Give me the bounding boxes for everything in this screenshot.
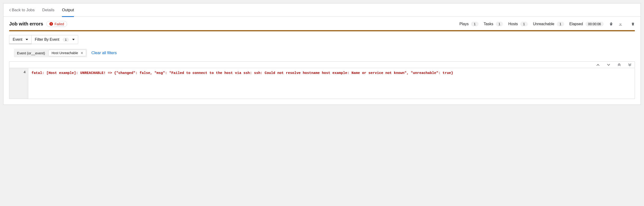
relaunch-button[interactable] bbox=[609, 22, 613, 26]
scroll-top-button[interactable] bbox=[618, 63, 621, 66]
stat-unreachable-count: 1 bbox=[557, 22, 564, 26]
output-body: 4 fatal: [Host example]: UNREACHABLE! =>… bbox=[10, 68, 634, 99]
filter-chip: Host Unreachable bbox=[48, 50, 86, 56]
tab-bar: Back to Jobs Details Output bbox=[4, 4, 640, 17]
stat-hosts-label: Hosts bbox=[508, 22, 518, 26]
trash-icon bbox=[631, 22, 635, 26]
double-chevron-up-icon bbox=[618, 63, 621, 66]
scroll-bottom-button[interactable] bbox=[628, 63, 631, 66]
filter-value-label: Filter By Event bbox=[35, 38, 59, 42]
stat-elapsed-value: 00:00:06 bbox=[586, 22, 604, 26]
job-stats: Plays 1 Tasks 1 Hosts 1 Unreachable 1 El… bbox=[460, 22, 635, 26]
filter-toolbar: Event Filter By Event 1 bbox=[4, 31, 640, 46]
stat-unreachable: Unreachable 1 bbox=[533, 22, 564, 26]
tab-details-label: Details bbox=[42, 8, 54, 12]
error-circle-icon bbox=[50, 22, 53, 26]
filter-value-count: 1 bbox=[62, 38, 69, 42]
caret-down-icon bbox=[26, 39, 28, 40]
tab-details[interactable]: Details bbox=[42, 4, 54, 17]
caret-down-icon bbox=[72, 39, 74, 40]
tab-output[interactable]: Output bbox=[62, 4, 74, 17]
filter-type-label: Event bbox=[13, 38, 22, 42]
stat-elapsed-label: Elapsed bbox=[570, 22, 583, 26]
rocket-icon bbox=[609, 22, 613, 26]
line-number: 4 bbox=[24, 70, 26, 74]
scroll-down-button[interactable] bbox=[607, 64, 610, 66]
double-chevron-down-icon bbox=[628, 63, 631, 66]
filter-chip-value: Host Unreachable bbox=[52, 51, 78, 55]
back-label: Back to Jobs bbox=[12, 8, 34, 12]
download-icon bbox=[618, 22, 622, 26]
status-label: Failed bbox=[54, 22, 64, 26]
status-badge: Failed bbox=[46, 21, 67, 27]
job-header: Job with errors Failed Plays 1 Tasks 1 H… bbox=[4, 17, 640, 30]
log-line[interactable]: fatal: [Host example]: UNREACHABLE! => {… bbox=[28, 68, 456, 99]
filter-type-select[interactable]: Event bbox=[9, 35, 32, 44]
output-panel: 4 fatal: [Host example]: UNREACHABLE! =>… bbox=[9, 62, 635, 99]
output-toolbar bbox=[10, 62, 634, 68]
stat-plays-count: 1 bbox=[471, 22, 478, 26]
job-title: Job with errors bbox=[9, 21, 43, 26]
active-filters-row: Event (or__event) Host Unreachable Clear… bbox=[4, 46, 640, 62]
caret-left-icon bbox=[9, 9, 11, 12]
scroll-up-button[interactable] bbox=[596, 64, 600, 66]
close-icon bbox=[81, 52, 83, 54]
filter-value-select[interactable]: Filter By Event 1 bbox=[32, 35, 78, 44]
stat-tasks: Tasks 1 bbox=[484, 22, 503, 26]
delete-button[interactable] bbox=[631, 22, 635, 26]
tab-output-label: Output bbox=[62, 8, 74, 12]
svg-rect-1 bbox=[51, 23, 52, 24]
filter-chip-group: Event (or__event) Host Unreachable bbox=[14, 49, 87, 57]
svg-rect-2 bbox=[51, 24, 52, 25]
stat-tasks-label: Tasks bbox=[484, 22, 493, 26]
chip-group-label: Event (or__event) bbox=[14, 50, 48, 57]
stat-tasks-count: 1 bbox=[496, 22, 503, 26]
download-button[interactable] bbox=[618, 22, 622, 26]
back-to-jobs-link[interactable]: Back to Jobs bbox=[9, 8, 34, 12]
stat-plays-label: Plays bbox=[460, 22, 469, 26]
stat-unreachable-label: Unreachable bbox=[533, 22, 554, 26]
stat-plays: Plays 1 bbox=[460, 22, 478, 26]
stat-hosts-count: 1 bbox=[520, 22, 528, 26]
stat-hosts: Hosts 1 bbox=[508, 22, 528, 26]
chevron-up-icon bbox=[596, 64, 600, 66]
line-number-gutter: 4 bbox=[10, 68, 28, 99]
stat-elapsed: Elapsed 00:00:06 bbox=[570, 22, 604, 26]
chevron-down-icon bbox=[607, 64, 610, 66]
clear-filters-button[interactable]: Clear all filters bbox=[91, 50, 117, 55]
chip-remove-button[interactable] bbox=[80, 51, 84, 55]
